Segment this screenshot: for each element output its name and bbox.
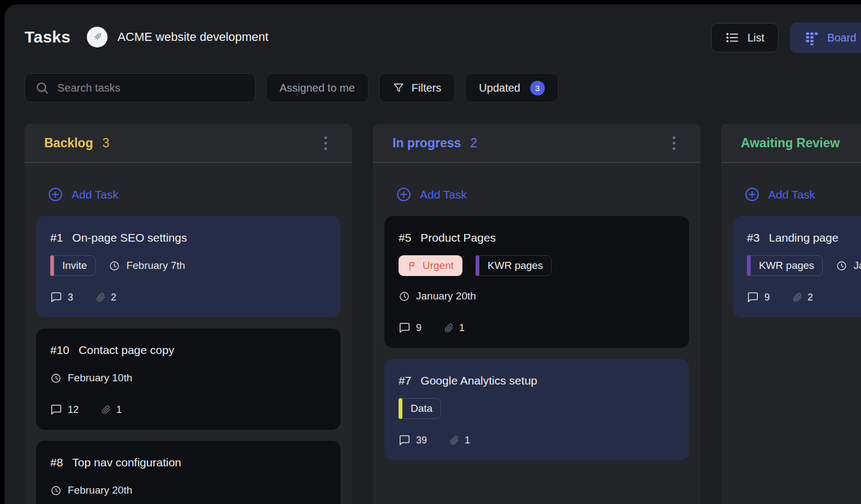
column-body: Add Task #5 Product Pages UrgentKWR page… [373, 163, 700, 477]
task-tag: KWR pages [476, 255, 551, 276]
updated-count-badge: 3 [530, 81, 545, 95]
plus-circle-icon [745, 187, 759, 202]
assigned-to-me-label: Assigned to me [280, 82, 355, 94]
board-icon [804, 31, 819, 45]
task-title-row: #1 On-page SEO settings [50, 230, 326, 245]
column-header: Backlog 3 [25, 124, 352, 163]
column-title: Backlog [44, 136, 93, 151]
add-task-label: Add Task [72, 188, 118, 201]
attachment-count: 1 [102, 404, 122, 416]
task-title: Product Pages [420, 230, 496, 245]
tag-color-bar [50, 255, 54, 276]
board-view-label: Board [827, 32, 856, 44]
column-header: Awaiting Review [721, 124, 861, 163]
task-title-row: #7 Google Analytics setup [399, 373, 675, 388]
add-task-button[interactable]: Add Task [745, 187, 815, 202]
task-card[interactable]: #8 Top nav configuration February 20th [36, 441, 341, 504]
clock-icon [399, 291, 410, 302]
column-menu-icon[interactable] [322, 134, 329, 152]
task-title-row: #3 Landing page [747, 230, 861, 245]
task-title: Google Analytics setup [420, 373, 537, 388]
list-view-button[interactable]: List [711, 23, 779, 52]
task-id: #8 [50, 455, 63, 470]
list-icon [725, 31, 739, 45]
task-card[interactable]: #3 Landing page KWR pagesJa92 [733, 216, 861, 317]
tag-color-bar [476, 255, 479, 276]
paperclip-icon [444, 323, 454, 333]
due-date: February 7th [109, 260, 185, 272]
assigned-to-me-button[interactable]: Assigned to me [266, 73, 369, 103]
comment-count: 39 [399, 434, 427, 446]
column-title: In progress [393, 136, 461, 151]
task-footer: 92 [747, 291, 861, 303]
card-list: #5 Product Pages UrgentKWR pagesJanuary … [384, 216, 689, 460]
task-card[interactable]: #5 Product Pages UrgentKWR pagesJanuary … [384, 216, 689, 348]
project-name: ACME website development [117, 30, 268, 44]
task-card[interactable]: #10 Contact page copy February 10th121 [36, 328, 341, 430]
task-meta-row: InviteFebruary 7th [50, 255, 326, 276]
task-meta-row: Data [399, 398, 675, 419]
due-date: February 10th [50, 372, 132, 384]
add-task-button[interactable]: Add Task [396, 187, 467, 202]
task-card[interactable]: #1 On-page SEO settings InviteFebruary 7… [36, 216, 341, 317]
task-title: Landing page [769, 230, 838, 245]
board-column: Awaiting Review Add Task #3 Landing page… [721, 124, 861, 504]
card-list: #3 Landing page KWR pagesJa92 [733, 216, 861, 317]
task-title-row: #10 Contact page copy [50, 343, 326, 358]
column-body: Add Task #1 On-page SEO settings InviteF… [25, 163, 352, 504]
board-column: Backlog 3 Add Task #1 On-page SEO settin… [25, 124, 352, 504]
attachment-count: 1 [444, 322, 465, 334]
task-title-row: #5 Product Pages [399, 230, 675, 245]
task-title: Contact page copy [79, 343, 174, 358]
due-date: February 20th [50, 484, 132, 496]
clock-icon [50, 485, 62, 496]
task-id: #1 [50, 230, 63, 245]
column-title: Awaiting Review [741, 136, 840, 151]
search-box [25, 73, 256, 103]
task-tag: Data [399, 398, 441, 419]
comment-count: 12 [50, 404, 79, 416]
column-count: 3 [102, 136, 109, 151]
page-title: Tasks [25, 28, 70, 46]
due-date: Ja [836, 260, 861, 272]
task-card[interactable]: #7 Google Analytics setup Data391 [384, 359, 689, 460]
updated-button[interactable]: Updated 3 [465, 73, 559, 103]
board: Backlog 3 Add Task #1 On-page SEO settin… [25, 124, 861, 504]
due-date: January 20th [399, 290, 476, 302]
task-tag: KWR pages [747, 255, 823, 276]
comment-icon [50, 404, 62, 416]
column-menu-icon[interactable] [670, 134, 678, 152]
card-list: #1 On-page SEO settings InviteFebruary 7… [36, 216, 341, 504]
task-tag: Urgent [399, 255, 462, 276]
attachment-count: 2 [96, 292, 116, 303]
list-view-label: List [747, 32, 764, 44]
tag-color-bar [747, 255, 751, 276]
attachment-count: 2 [793, 292, 813, 303]
updated-label: Updated [479, 82, 520, 94]
column-body: Add Task #3 Landing page KWR pagesJa92 [721, 163, 861, 334]
clock-icon [836, 260, 847, 272]
project-avatar [87, 27, 108, 47]
add-task-button[interactable]: Add Task [48, 187, 118, 202]
task-footer: 91 [399, 322, 675, 334]
flag-icon [407, 261, 418, 271]
rocket-icon [91, 31, 103, 43]
task-meta-row: January 20th [399, 286, 675, 307]
board-view-button[interactable]: Board [790, 22, 861, 53]
search-icon [35, 81, 49, 95]
search-input[interactable] [56, 81, 245, 95]
comment-icon [399, 434, 411, 446]
clock-icon [50, 373, 62, 384]
paperclip-icon [102, 405, 111, 415]
paperclip-icon [793, 293, 802, 302]
filters-button[interactable]: Filters [379, 73, 455, 103]
view-toggle: List Board [711, 22, 861, 53]
add-task-label: Add Task [768, 188, 815, 201]
task-title: Top nav configuration [72, 455, 181, 470]
task-meta-row: UrgentKWR pages [399, 255, 675, 276]
task-footer: 32 [50, 291, 326, 303]
column-header: In progress 2 [373, 124, 700, 163]
funnel-icon [393, 82, 405, 94]
plus-circle-icon [48, 187, 63, 202]
board-column: In progress 2 Add Task #5 Product Pages … [373, 124, 700, 504]
